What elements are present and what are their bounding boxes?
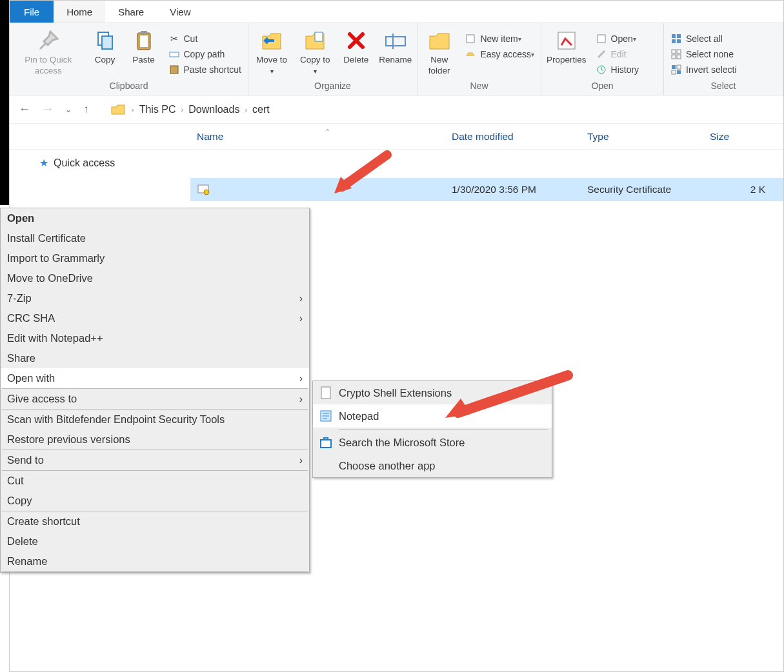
easy-access-icon: [465, 48, 476, 60]
sidebar-quick-access[interactable]: ★ Quick access: [14, 154, 183, 172]
tab-view[interactable]: View: [157, 1, 203, 23]
ctx-rename[interactable]: Rename: [1, 551, 309, 571]
copy-path-button[interactable]: Copy path: [166, 46, 245, 62]
copy-to-button[interactable]: Copy to ▾: [294, 26, 337, 79]
select-all-button[interactable]: Select all: [668, 31, 739, 46]
store-icon: [319, 436, 332, 449]
easy-access-button[interactable]: Easy access: [462, 46, 537, 62]
ctx-delete[interactable]: Delete: [1, 531, 309, 551]
breadcrumb-cert[interactable]: cert: [252, 104, 270, 115]
chevron-right-icon: ›: [132, 106, 134, 114]
invert-selection-button[interactable]: Invert selecti: [668, 62, 739, 77]
ribbon-group-select: Select all Select none Invert selecti Se…: [664, 23, 783, 95]
nav-up-button[interactable]: ↑: [81, 103, 92, 116]
svg-rect-19: [672, 55, 676, 59]
ctx-7zip[interactable]: 7-Zip›: [1, 288, 309, 308]
column-header-type[interactable]: Type: [581, 131, 703, 143]
ctx-share[interactable]: Share: [1, 348, 309, 368]
file-date-cell: 1/30/2020 3:56 PM: [445, 184, 581, 195]
star-icon: ★: [39, 157, 48, 169]
ctx-cut[interactable]: Cut: [1, 471, 309, 491]
edit-button[interactable]: Edit: [593, 46, 642, 62]
tab-home[interactable]: Home: [54, 1, 105, 23]
group-label-clipboard: Clipboard: [11, 79, 246, 94]
open-button[interactable]: Open: [593, 31, 642, 46]
group-label-select: Select: [665, 79, 781, 94]
paste-button[interactable]: Paste: [125, 26, 163, 79]
sub-choose-label: Choose another app: [339, 460, 436, 472]
blank-icon: [319, 459, 332, 472]
move-to-button[interactable]: Move to ▾: [250, 26, 294, 79]
delete-button[interactable]: Delete: [337, 26, 376, 79]
sub-notepad[interactable]: Notepad: [313, 404, 552, 428]
ctx-move-onedrive[interactable]: Move to OneDrive: [1, 268, 309, 288]
ctx-give-access[interactable]: Give access to›: [1, 389, 309, 409]
ctx-import-grammarly[interactable]: Import to Grammarly: [1, 248, 309, 268]
file-name-cell: [190, 183, 445, 196]
svg-rect-3: [140, 35, 148, 47]
scissors-icon: ✂: [168, 33, 180, 44]
tab-share[interactable]: Share: [105, 1, 157, 23]
file-row-selected[interactable]: 1/30/2020 3:56 PM Security Certificate 2…: [190, 178, 783, 201]
copy-path-label: Copy path: [184, 49, 225, 59]
ribbon-group-new: New folder New item Easy access: [417, 23, 541, 95]
history-button[interactable]: History: [593, 62, 642, 77]
ctx-edit-notepadpp[interactable]: Edit with Notepad++: [1, 328, 309, 348]
column-name-label: Name: [197, 131, 223, 142]
chevron-right-icon: ›: [245, 106, 247, 114]
ctx-open-with[interactable]: Open with›: [1, 368, 309, 388]
delete-icon: [344, 28, 368, 53]
ctx-restore-versions[interactable]: Restore previous versions: [1, 430, 309, 450]
column-header-date[interactable]: Date modified: [445, 131, 581, 143]
ctx-open[interactable]: Open: [1, 208, 309, 228]
move-to-label: Move to ▾: [254, 55, 290, 77]
column-header-name[interactable]: Name ˄: [190, 131, 445, 143]
ctx-create-shortcut[interactable]: Create shortcut: [1, 511, 309, 531]
ctx-copy[interactable]: Copy: [1, 491, 309, 511]
new-item-button[interactable]: New item: [462, 31, 537, 46]
svg-rect-24: [672, 70, 676, 74]
nav-recent-button[interactable]: ⌄: [63, 105, 74, 114]
select-none-button[interactable]: Select none: [668, 46, 739, 62]
breadcrumb-downloads[interactable]: Downloads: [188, 104, 239, 115]
ctx-install-certificate[interactable]: Install Certificate: [1, 228, 309, 248]
svg-rect-23: [677, 65, 681, 69]
ribbon-group-open: Properties Open Edit History: [541, 23, 664, 95]
sub-search-store[interactable]: Search the Microsoft Store: [313, 431, 552, 454]
paste-shortcut-button[interactable]: Paste shortcut: [166, 62, 245, 77]
rename-button[interactable]: Rename: [376, 26, 416, 79]
nav-back-button[interactable]: ←: [16, 103, 33, 116]
tab-file[interactable]: File: [10, 1, 54, 23]
copy-label: Copy: [95, 55, 116, 66]
file-icon: [319, 386, 332, 399]
breadcrumb-this-pc[interactable]: This PC: [139, 104, 176, 115]
ctx-send-to[interactable]: Send to›: [1, 450, 309, 470]
ctx-crc-sha[interactable]: CRC SHA›: [1, 308, 309, 328]
new-folder-button[interactable]: New folder: [419, 26, 459, 79]
pin-label: Pin to Quick access: [15, 55, 82, 77]
column-headers: Name ˄ Date modified Type Size: [10, 124, 783, 150]
svg-rect-20: [677, 55, 681, 59]
cut-button[interactable]: ✂ Cut: [166, 31, 245, 46]
nav-forward-button[interactable]: →: [39, 103, 56, 116]
new-item-icon: [465, 33, 476, 44]
properties-label: Properties: [547, 55, 587, 66]
svg-rect-7: [315, 32, 323, 41]
openwith-submenu: Crypto Shell Extensions Notepad Search t…: [312, 380, 552, 478]
svg-rect-22: [677, 70, 681, 74]
ctx-scan-bitdefender[interactable]: Scan with Bitdefender Endpoint Security …: [1, 410, 309, 430]
new-folder-label: New folder: [423, 55, 456, 77]
chevron-right-icon: ›: [299, 313, 303, 324]
paste-icon: [132, 28, 156, 53]
open-icon: [596, 33, 607, 44]
copy-button[interactable]: Copy: [86, 26, 125, 79]
notepad-icon: [319, 410, 332, 422]
rename-icon: [383, 28, 408, 53]
paste-shortcut-icon: [168, 64, 180, 75]
pin-to-quick-access-button[interactable]: Pin to Quick access: [11, 26, 86, 79]
select-all-icon: [670, 33, 682, 44]
column-header-size[interactable]: Size: [703, 131, 783, 143]
sub-choose-app[interactable]: Choose another app: [313, 454, 552, 477]
sub-crypto-shell[interactable]: Crypto Shell Extensions: [313, 381, 552, 404]
properties-button[interactable]: Properties: [543, 26, 590, 79]
